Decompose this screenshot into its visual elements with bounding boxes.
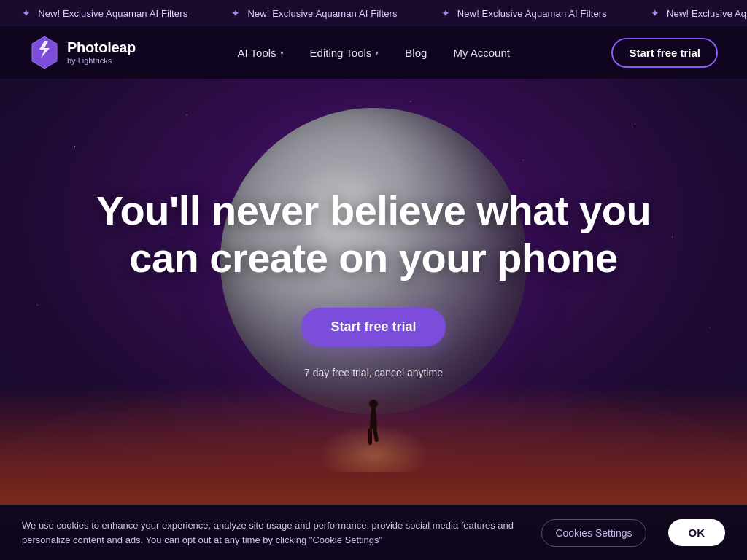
- star-icon: ✦: [231, 7, 240, 19]
- chevron-down-icon: ▾: [280, 49, 284, 57]
- navbar-start-trial-button[interactable]: Start free trial: [611, 38, 718, 68]
- marquee-text: New! Exclusive Aquaman AI Filters: [247, 8, 397, 19]
- logo-sub: by Lightricks: [67, 56, 136, 66]
- logo-name: Photoleap: [67, 39, 136, 56]
- nav-blog[interactable]: Blog: [395, 41, 437, 65]
- cookie-banner: We use cookies to enhance your experienc…: [0, 505, 747, 560]
- nav-my-account-label: My Account: [453, 47, 510, 59]
- logo[interactable]: Photoleap by Lightricks: [29, 35, 136, 70]
- figure-leg-left: [368, 429, 372, 445]
- hero-title-line2: can create on your phone: [129, 235, 618, 281]
- cookie-text: We use cookies to enhance your experienc…: [22, 518, 519, 547]
- marquee-text: New! Exclusive Aquaman AI Filters: [457, 8, 607, 19]
- marquee-text: New! Exclusive Aquaman AI Filters: [667, 8, 747, 19]
- nav-editing-tools-label: Editing Tools: [310, 47, 372, 59]
- nav-ai-tools-label: AI Tools: [237, 47, 276, 59]
- hero-start-trial-button[interactable]: Start free trial: [301, 308, 445, 346]
- marquee-text: New! Exclusive Aquaman AI Filters: [38, 8, 187, 19]
- marquee-item: ✦ New! Exclusive Aquaman AI Filters: [209, 7, 419, 19]
- star-icon: ✦: [651, 7, 659, 19]
- photoleap-logo-icon: [29, 35, 60, 70]
- hero-title-line1: You'll never believe what you: [96, 187, 651, 233]
- hero-title: You'll never believe what you can create…: [96, 187, 651, 281]
- nav-my-account[interactable]: My Account: [443, 41, 520, 65]
- marquee-banner: ✦ New! Exclusive Aquaman AI Filters ✦ Ne…: [0, 0, 747, 26]
- chevron-down-icon: ▾: [375, 49, 379, 57]
- logo-text: Photoleap by Lightricks: [67, 39, 136, 66]
- navbar: Photoleap by Lightricks AI Tools ▾ Editi…: [0, 26, 747, 79]
- cookie-ok-button[interactable]: OK: [668, 519, 726, 546]
- marquee-item: ✦ New! Exclusive Aquaman AI Filters: [629, 7, 747, 19]
- figure-head: [369, 400, 378, 408]
- nav-links: AI Tools ▾ Editing Tools ▾ Blog My Accou…: [165, 41, 582, 65]
- nav-ai-tools[interactable]: AI Tools ▾: [227, 41, 293, 65]
- hero-section: You'll never believe what you can create…: [0, 79, 747, 531]
- figure-legs: [368, 429, 379, 445]
- nav-editing-tools[interactable]: Editing Tools ▾: [300, 41, 390, 65]
- marquee-item: ✦ New! Exclusive Aquaman AI Filters: [0, 7, 209, 19]
- star-icon: ✦: [441, 7, 450, 19]
- nav-blog-label: Blog: [405, 47, 427, 59]
- star-icon: ✦: [22, 7, 31, 19]
- person-silhouette: [363, 400, 384, 451]
- trial-note: 7 day free trial, cancel anytime: [96, 367, 651, 378]
- marquee-item: ✦ New! Exclusive Aquaman AI Filters: [419, 7, 629, 19]
- marquee-content: ✦ New! Exclusive Aquaman AI Filters ✦ Ne…: [0, 7, 747, 19]
- cookie-settings-button[interactable]: Cookies Settings: [541, 519, 646, 547]
- figure-leg-right: [372, 426, 379, 443]
- hero-content: You'll never believe what you can create…: [53, 187, 694, 378]
